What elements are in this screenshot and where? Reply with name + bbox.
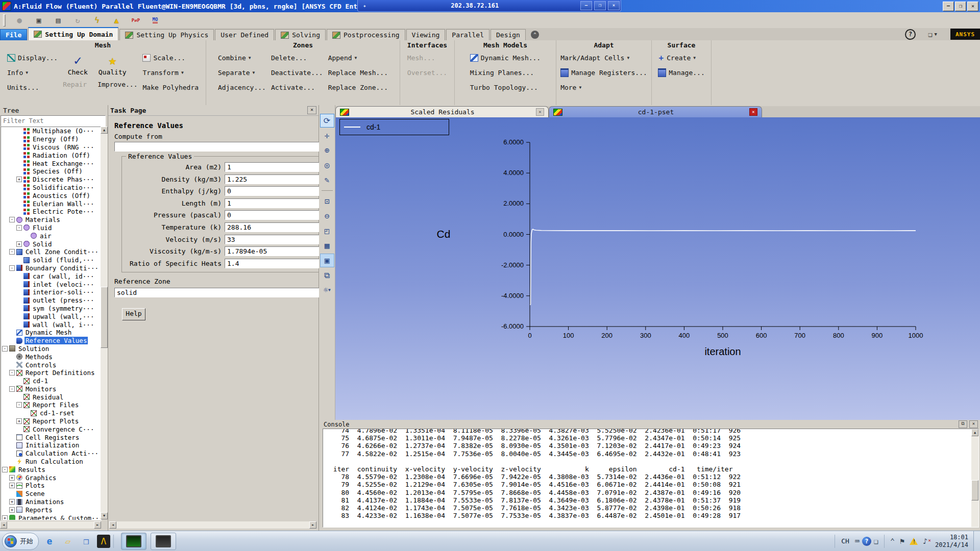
tree-item-run-calculation[interactable]: Run Calculation	[1, 458, 101, 466]
tab-solving[interactable]: Solving	[275, 29, 326, 40]
tree-item-energy-off[interactable]: Energy (Off)	[1, 135, 101, 143]
tree-item-heat-exchange[interactable]: Heat Exchange···	[1, 159, 101, 167]
tree-item-convergence-c[interactable]: Convergence C···	[1, 425, 101, 433]
tab-user-defined[interactable]: User Defined	[215, 29, 274, 40]
tree-item-solid[interactable]: +Solid	[1, 240, 101, 248]
tab-design[interactable]: Design	[491, 29, 526, 40]
tree-item-monitors[interactable]: -Monitors	[1, 385, 101, 393]
tree-horizontal-scrollbar[interactable]: ◄ ►	[0, 521, 101, 529]
dynamic-mesh-button[interactable]: Dynamic Mesh...	[469, 52, 542, 64]
scroll-thumb[interactable]	[971, 480, 978, 500]
combine-button[interactable]: Combine▼	[216, 52, 267, 64]
create-button[interactable]: +Create▼	[656, 52, 706, 64]
layout-icon[interactable]: ❏	[928, 30, 932, 38]
rdp-restore-button[interactable]: ❐	[594, 1, 606, 10]
copy-screenshot-icon[interactable]: ⧉	[320, 268, 334, 282]
tree-item-report-files[interactable]: -Report Files	[1, 401, 101, 409]
taskbar-clock[interactable]: 18:01 2021/4/14	[935, 534, 968, 549]
delete-button[interactable]: Delete...	[270, 52, 325, 64]
layout-caret-icon[interactable]: ▼	[935, 32, 937, 37]
ansys-icon[interactable]: ▲	[110, 14, 123, 27]
fit-to-window-icon[interactable]: ◰	[320, 224, 334, 238]
scale-button[interactable]: Scale...	[141, 52, 200, 64]
mark-adapt-cells-button[interactable]: Mark/Adapt Cells▼	[559, 52, 649, 64]
tree-expander[interactable]: +	[2, 515, 8, 520]
write-case-icon[interactable]: ▤	[52, 14, 65, 27]
mesh-display-icon[interactable]: ▦	[320, 239, 334, 253]
tree-item-radiation-off[interactable]: Radiation (Off)	[1, 151, 101, 159]
tree-item-parameters-custom[interactable]: +Parameters & Custom···	[1, 514, 101, 520]
show-hidden-icons-chevron[interactable]: ⌃	[890, 537, 895, 546]
tree-expander[interactable]: +	[16, 418, 22, 424]
units-button[interactable]: Units...	[6, 81, 59, 94]
tree-item-reference-values[interactable]: Reference Values	[1, 337, 101, 345]
tree-expander[interactable]: -	[9, 386, 15, 392]
tab-close-icon[interactable]: ✕	[536, 108, 544, 116]
scroll-right-arrow[interactable]: ►	[94, 521, 101, 529]
fluent-graphics-window-button[interactable]	[121, 533, 146, 550]
tree-expander[interactable]: +	[16, 177, 22, 182]
tree-item-boundary-conditi[interactable]: -Boundary Conditi···	[1, 264, 101, 272]
read-case-icon[interactable]: ▣	[32, 14, 45, 27]
tab-setting-up-physics[interactable]: Setting Up Physics	[119, 29, 214, 40]
lights-icon[interactable]: ☼▼	[320, 283, 334, 297]
tab-viewing[interactable]: Viewing	[406, 29, 446, 40]
pan-icon[interactable]: ✛	[320, 129, 334, 142]
append-button[interactable]: Append▼	[327, 52, 389, 64]
tab-file[interactable]: File	[0, 29, 27, 40]
tree-item-acoustics-off[interactable]: Acoustics (Off)	[1, 191, 101, 199]
tree-item-inlet-veloci[interactable]: inlet (veloci···	[1, 280, 101, 288]
explorer-icon[interactable]: ❒	[79, 534, 94, 549]
monitor-icon[interactable]: MO	[149, 14, 162, 27]
deactivate-button[interactable]: Deactivate...	[270, 66, 325, 79]
tree-item-scene[interactable]: Scene	[1, 490, 101, 498]
tree-item-dynamic-mesh[interactable]: Dynamic Mesh	[1, 329, 101, 337]
fluent-taskbar-icon[interactable]: Λ	[97, 535, 110, 548]
improve-button[interactable]: Improve...	[96, 78, 139, 91]
console-output[interactable]: 74 4.7896e-02 1.3351e-04 8.1118e-05 8.33…	[323, 429, 979, 528]
action-center-flag-icon[interactable]: ⚑	[900, 537, 904, 546]
console-close-icon[interactable]: ✕	[969, 420, 978, 428]
parallel-icon[interactable]: P⇄P	[129, 14, 142, 27]
tree-expander[interactable]: -	[9, 249, 15, 255]
display-button[interactable]: Display...	[6, 52, 59, 64]
scroll-left-arrow[interactable]: ◄	[0, 521, 7, 529]
make-polyhedra-button[interactable]: Make Polyhedra	[141, 81, 200, 94]
scroll-thumb[interactable]	[101, 287, 108, 348]
check-button[interactable]: ✓Check	[61, 52, 94, 76]
window-switch-icon[interactable]: ❏	[874, 537, 878, 546]
tree-item-air[interactable]: air	[1, 232, 101, 240]
tree-item-methods[interactable]: Methods	[1, 353, 101, 361]
task-horizontal-scrollbar[interactable]: ◄ ►	[109, 521, 316, 529]
tree-item-graphics[interactable]: +Graphics	[1, 473, 101, 482]
tree-item-controls[interactable]: Controls	[1, 361, 101, 369]
tree-item-materials[interactable]: -Materials	[1, 216, 101, 224]
activate-button[interactable]: Activate...	[270, 81, 325, 94]
help-tray-icon[interactable]: ?	[862, 537, 871, 546]
replace-zone-button[interactable]: Replace Zone...	[327, 81, 389, 94]
tree-item-report-definitions[interactable]: -Report Definitions	[1, 369, 101, 377]
input-language-indicator[interactable]: CH	[841, 537, 849, 545]
interrupt-icon[interactable]: ϟ	[90, 14, 104, 27]
graphics-tab-cd-1-pset[interactable]: cd-1-pset✕	[549, 106, 762, 117]
volume-muted-icon[interactable]: ♪	[923, 537, 927, 546]
scroll-track[interactable]	[101, 134, 108, 512]
collapse-ribbon-button[interactable]: ⌃	[531, 31, 539, 39]
tree-item-solid-fluid[interactable]: solid (fluid,···	[1, 256, 101, 264]
help-button[interactable]: Help	[122, 308, 145, 320]
tree-item-electric-pote[interactable]: Electric Pote···	[1, 208, 101, 216]
replace-mesh-button[interactable]: Replace Mesh...	[327, 66, 389, 79]
tree-expander[interactable]: +	[9, 507, 15, 513]
tree-item-animations[interactable]: +Animations	[1, 498, 101, 506]
tree-item-cd-1-rset[interactable]: cd-1-rset	[1, 409, 101, 417]
tree-item-plots[interactable]: +Plots	[1, 482, 101, 490]
tree-expander[interactable]: -	[16, 225, 22, 231]
box-select-icon[interactable]: ▣	[320, 254, 334, 267]
tree-item-wall-wall-i[interactable]: wall (wall, i···	[1, 320, 101, 329]
minimize-button[interactable]: —	[943, 2, 954, 11]
tree-expander[interactable]: +	[16, 241, 22, 247]
tree-item-interior-soli[interactable]: interior-soli···	[1, 288, 101, 296]
quality-button[interactable]: ★Quality	[96, 52, 129, 76]
scroll-up-arrow[interactable]: ▲	[101, 127, 108, 134]
scroll-left-arrow[interactable]: ◄	[109, 521, 116, 529]
